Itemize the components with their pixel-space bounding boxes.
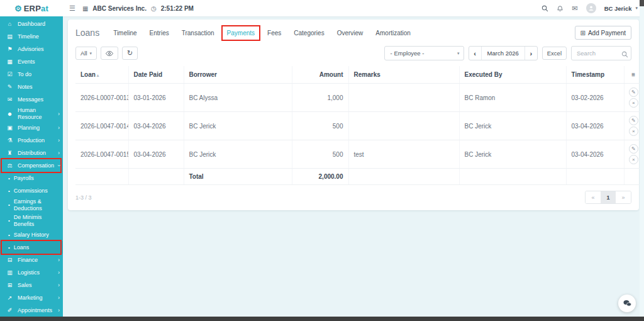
month-label[interactable]: March 2026: [481, 47, 525, 60]
sort-asc-icon: ▴: [96, 73, 99, 77]
topbar: ☰ ▦ ABC Services Inc. ◷ 2:51:22 PM ✉ BC …: [63, 0, 644, 16]
user-menu[interactable]: BC Jerick: [604, 5, 632, 12]
sidebar-item-timeline[interactable]: ▤Timeline: [0, 30, 63, 43]
tab-entries[interactable]: Entries: [150, 30, 169, 37]
sidebar-subitem-commissions[interactable]: •Commissions: [0, 184, 63, 197]
sidebar-item-production[interactable]: ⚗Production›: [0, 134, 63, 147]
search-input[interactable]: [571, 46, 631, 60]
sidebar-item-planning[interactable]: ▣Planning›: [0, 121, 63, 134]
sidebar-item-messages[interactable]: ✉Messages: [0, 93, 63, 106]
sidebar-item-finance[interactable]: ⊟Finance›: [0, 254, 63, 266]
tab-payments[interactable]: Payments: [227, 30, 255, 37]
column-header-timestamp[interactable]: Timestamp: [566, 66, 624, 84]
chevron-right-icon: ›: [58, 125, 60, 131]
sidebar-subitem-earnings-deductions[interactable]: •Earnings & Deductions: [0, 197, 63, 213]
chat-button[interactable]: [618, 295, 636, 312]
sales-icon: ⊞: [6, 282, 13, 288]
visibility-eye-button[interactable]: [101, 47, 118, 60]
month-next-button[interactable]: ›: [525, 47, 537, 60]
delete-row-button[interactable]: ×: [629, 155, 638, 164]
sidebar-item-human-resource[interactable]: ☻Human Resource›: [0, 106, 63, 121]
sidebar-item-marketing[interactable]: ↗Marketing›: [0, 291, 63, 304]
sidebar-item-events[interactable]: ▦Events: [0, 55, 63, 68]
sidebar-item-to-do[interactable]: ☑To do: [0, 68, 63, 81]
sidebar-item-advisories[interactable]: ⚑Advisories: [0, 43, 63, 55]
excel-export-button[interactable]: Excel: [542, 47, 567, 60]
page-title: Loans: [75, 28, 99, 38]
sidebar-subitem-loans[interactable]: •Loans: [0, 241, 63, 254]
page-next-button[interactable]: »: [616, 191, 631, 203]
sidebar-item-distribution[interactable]: ♜Distribution›: [0, 147, 63, 159]
column-header-loan[interactable]: Loan ▴: [75, 66, 128, 84]
sidebar-subitem-label: Commissions: [14, 188, 48, 194]
refresh-button[interactable]: ↻: [122, 47, 138, 60]
delete-row-button[interactable]: ×: [629, 98, 638, 108]
cell-executed_by: BC Jerick: [459, 112, 566, 140]
column-header-borrower[interactable]: Borrower: [184, 66, 292, 84]
user-avatar[interactable]: [586, 3, 596, 13]
sidebar-item-sales[interactable]: ⊞Sales›: [0, 279, 63, 291]
tab-transaction[interactable]: Transaction: [182, 30, 214, 37]
column-header-amount[interactable]: Amount: [292, 66, 348, 84]
mail-envelope-icon[interactable]: ✉: [572, 4, 577, 13]
tab-amortization[interactable]: Amortization: [375, 30, 411, 37]
current-time: 2:51:22 PM: [161, 5, 194, 12]
column-header-remarks[interactable]: Remarks: [348, 66, 459, 84]
table-row: 2026-L0007-001303-01-2026BC Alyssa1,000B…: [75, 84, 643, 112]
sidebar-item-logistics[interactable]: ▥Logistics›: [0, 266, 63, 279]
cell-remarks: [348, 84, 459, 112]
edit-row-button[interactable]: ✎: [629, 116, 638, 125]
cell-borrower: BC Jerick: [184, 140, 292, 169]
page-number-button[interactable]: 1: [601, 191, 616, 203]
sidebar-item-label: Planning: [18, 125, 40, 132]
cell-loan: 2026-L0007-0013: [75, 84, 128, 112]
appointments-icon: ✐: [6, 307, 13, 313]
edit-row-button[interactable]: ✎: [629, 144, 638, 154]
sidebar-item-label: Advisories: [18, 46, 44, 53]
delete-row-button[interactable]: ×: [629, 127, 638, 136]
column-header-executed_by[interactable]: Executed By: [459, 66, 566, 84]
clock-icon: ◷: [151, 5, 157, 12]
sidebar-subitem-de-minimis-benefits[interactable]: •De Minimis Benefits: [0, 213, 63, 228]
table-row: 2026-L0047-001403-04-2026BC Jerick500BC …: [75, 112, 643, 140]
sidebar-item-label: Finance: [18, 257, 38, 264]
add-payment-button[interactable]: ⊞ Add Payment: [575, 26, 631, 40]
sidebar-item-label: Human Resource: [18, 107, 54, 120]
scrollbar-thumb[interactable]: [640, 0, 644, 6]
column-header-date_paid[interactable]: Date Paid: [128, 66, 184, 84]
cell-remarks: [348, 112, 459, 140]
company-name[interactable]: ABC Services Inc.: [92, 5, 147, 12]
tab-fees[interactable]: Fees: [267, 30, 281, 37]
chevron-right-icon: ›: [58, 150, 60, 156]
edit-row-button[interactable]: ✎: [629, 87, 638, 97]
chevron-right-icon: ›: [58, 137, 60, 144]
cell-remarks: test: [348, 140, 459, 169]
scrollbar-track[interactable]: [640, 0, 644, 317]
app-logo[interactable]: ⚙ ERPat: [0, 0, 63, 16]
cell-empty: [128, 169, 184, 185]
employee-select[interactable]: - Employee - ▾: [384, 46, 464, 60]
total-label: Total: [184, 169, 292, 185]
sidebar-item-label: Notes: [18, 84, 33, 91]
sidebar-item-appointments[interactable]: ✐Appointments›: [0, 304, 63, 317]
sidebar-subitem-payrolls[interactable]: •Payrolls: [0, 172, 63, 184]
caret-down-icon: ▾: [90, 51, 92, 56]
month-prev-button[interactable]: ‹: [469, 47, 481, 60]
sidebar-item-notes[interactable]: ✎Notes: [0, 81, 63, 93]
sidebar-item-dashboard[interactable]: ⌂Dashboard: [0, 18, 63, 30]
tab-timeline[interactable]: Timeline: [113, 30, 136, 37]
scope-filter-dropdown[interactable]: All ▾: [75, 47, 97, 60]
logo-text-at: at: [41, 4, 48, 13]
tab-overview[interactable]: Overview: [337, 30, 364, 37]
sidebar-subitem-salary-history[interactable]: •Salary History: [0, 228, 63, 241]
tab-categories[interactable]: Categories: [294, 30, 324, 37]
page-prev-button[interactable]: «: [586, 191, 601, 203]
excel-label: Excel: [547, 50, 562, 57]
search-icon[interactable]: [541, 5, 548, 12]
hamburger-menu-icon[interactable]: ☰: [69, 4, 75, 13]
cell-borrower: BC Alyssa: [184, 84, 292, 112]
notifications-bell-icon[interactable]: [557, 5, 564, 12]
sidebar-item-compensation[interactable]: ⚖Compensation›: [0, 159, 63, 172]
chat-bubbles-icon: [623, 300, 631, 307]
sidebar-subitem-label: Earnings & Deductions: [14, 198, 54, 211]
